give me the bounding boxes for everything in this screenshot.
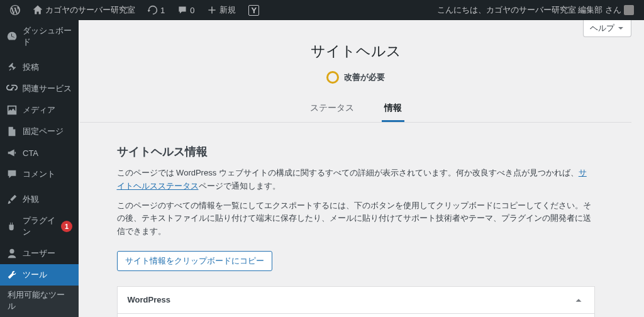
status-text: 改善が必要 [344,72,385,83]
chevron-up-icon [573,294,584,306]
help-label: ヘルプ [590,23,614,34]
new-label: 新規 [219,4,236,16]
updates-count: 1 [160,6,165,15]
tab-info[interactable]: 情報 [382,96,404,122]
tools-icon [6,269,18,281]
menu-label: メディア [23,104,55,116]
page-header: サイトヘルス 改善が必要 ステータス 情報 [80,26,631,129]
wordpress-info-table: バージョン6.2.2 サイトの言語ja ユーザー言語ja [118,314,594,317]
menu-pages[interactable]: 固定ページ [0,121,79,142]
menu-plugins[interactable]: プラグイン 1 [0,210,79,243]
menu-label: ツール [23,269,47,281]
avatar [624,5,634,15]
menu-label: 関連サービス [23,83,72,94]
menu-label: プラグイン [23,215,56,238]
status-circle-icon [326,71,339,84]
menu-label: CTA [23,148,38,158]
menu-label: ダッシュボード [23,25,72,48]
menu-tools[interactable]: ツール [0,264,79,286]
comments-link[interactable]: 0 [172,0,199,20]
menu-dashboard[interactable]: ダッシュボード [0,20,79,53]
chevron-down-icon [617,25,625,32]
wordpress-logo-icon [10,5,20,15]
content-area: ヘルプ サイトヘルス 改善が必要 ステータス 情報 サイトヘルス情報 このページ… [79,20,644,317]
site-health-info-body: サイトヘルス情報 このページでは WordPress ウェブサイトの構成に関する… [104,144,608,317]
tab-status[interactable]: ステータス [308,96,357,122]
tools-submenu: 利用可能なツール インポート エクスポート サイトヘルス 1 個人データのエクス… [0,286,79,317]
yoast-link[interactable]: Y [243,0,264,20]
menu-label: 外観 [23,194,39,205]
comment-icon [6,169,18,180]
yoast-icon: Y [248,5,259,16]
updates-link[interactable]: 1 [143,0,170,20]
info-paragraph-2: このページのすべての情報を一覧にしてエクスポートするには、下のボタンを使用してク… [117,199,595,238]
menu-label: 固定ページ [23,126,64,137]
page-title: サイトヘルス [80,42,631,61]
admin-bar: カゴヤのサーバー研究室 1 0 新規 Y こんにちは、カゴヤのサーバー研究室 編… [0,0,644,20]
new-content-link[interactable]: 新規 [202,0,241,20]
help-tab[interactable]: ヘルプ [583,20,631,37]
accordion-body: バージョン6.2.2 サイトの言語ja ユーザー言語ja [118,313,594,317]
menu-label: コメント [23,169,55,180]
submenu-available-tools[interactable]: 利用可能なツール [0,286,79,316]
menu-users[interactable]: ユーザー [0,243,79,264]
user-greeting[interactable]: こんにちは、カゴヤのサーバー研究室 編集部 さん [432,0,639,20]
comments-icon [177,5,187,15]
menu-related-services[interactable]: 関連サービス [0,78,79,99]
media-icon [6,104,18,116]
home-icon [33,5,43,15]
dashboard-icon [6,31,18,42]
plugin-icon [6,221,18,232]
link-icon [6,83,18,94]
admin-sidebar: ダッシュボード 投稿 関連サービス メディア 固定ページ CTA コメント [0,20,79,317]
menu-posts[interactable]: 投稿 [0,57,79,78]
megaphone-icon [6,147,18,158]
users-icon [6,248,18,259]
plugins-badge: 1 [61,221,72,232]
copy-info-button[interactable]: サイト情報をクリップボードにコピー [117,251,272,271]
menu-label: 投稿 [23,62,39,73]
info-paragraph-1: このページでは WordPress ウェブサイトの構成に関するすべての詳細が表示… [117,167,595,193]
info-heading: サイトヘルス情報 [117,144,595,159]
wordpress-accordion: WordPress バージョン6.2.2 サイトの言語ja ユーザー言語ja [117,286,595,317]
page-icon [6,126,18,137]
comments-count: 0 [190,6,194,15]
accordion-header[interactable]: WordPress [118,287,594,313]
greeting-text: こんにちは、カゴヤのサーバー研究室 編集部 さん [437,4,621,16]
site-name-link[interactable]: カゴヤのサーバー研究室 [28,0,140,20]
updates-icon [148,5,158,15]
wp-logo[interactable] [5,0,25,20]
menu-cta[interactable]: CTA [0,142,79,164]
status-indicator: 改善が必要 [80,71,631,84]
menu-comments[interactable]: コメント [0,164,79,185]
site-health-tabs: ステータス 情報 [80,96,631,123]
plus-icon [207,5,217,15]
pin-icon [6,62,18,73]
brush-icon [6,194,18,205]
accordion-title: WordPress [128,295,170,304]
menu-appearance[interactable]: 外観 [0,189,79,210]
menu-label: ユーザー [23,248,55,259]
menu-media[interactable]: メディア [0,99,79,121]
site-name-label: カゴヤのサーバー研究室 [45,4,135,16]
